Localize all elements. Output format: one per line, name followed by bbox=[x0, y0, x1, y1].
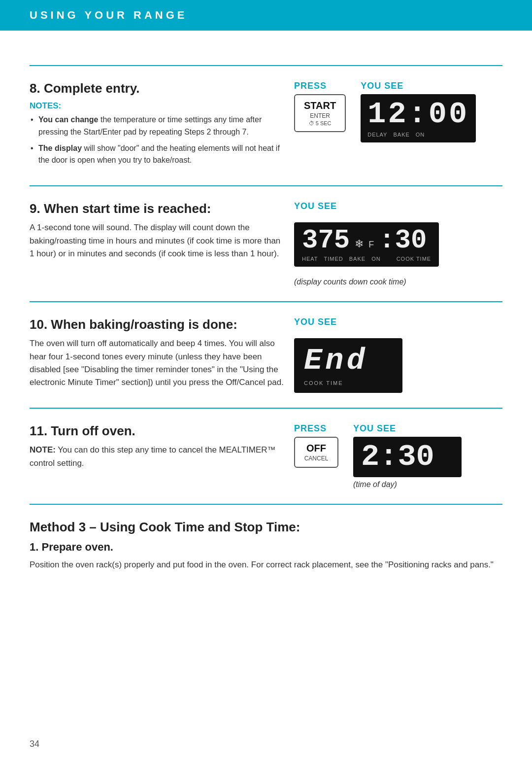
you-see-col-8: YOU SEE 12:00 DELAY BAKE ON bbox=[361, 81, 476, 142]
section-9: 9. When start time is reached: A 1-secon… bbox=[30, 201, 502, 286]
start-btn-text: START bbox=[304, 100, 336, 111]
section-10-left: 10. When baking/roasting is done: The ov… bbox=[30, 317, 284, 389]
notes-label: NOTES: bbox=[30, 101, 284, 111]
step-8-title: 8. Complete entry. bbox=[30, 81, 284, 96]
press-label-11: PRESS bbox=[294, 423, 338, 434]
step-10-title: 10. When baking/roasting is done: bbox=[30, 317, 284, 332]
page-number: 34 bbox=[30, 739, 39, 749]
screen-bot-row-9: HEAT TIMED BAKE ON COOK TIME bbox=[302, 256, 431, 262]
off-button-display: OFF CANCEL bbox=[294, 437, 338, 468]
screen-time-11: 2:30 bbox=[361, 442, 454, 472]
cook-time-label-10: COOK TIME bbox=[304, 380, 393, 386]
enter-btn-text: ENTER bbox=[304, 112, 336, 119]
method3-step1-body: Position the oven rack(s) properly and p… bbox=[30, 559, 502, 571]
snowflake-icon: ❄ bbox=[355, 238, 364, 250]
note-1-bold: You can change bbox=[38, 115, 99, 124]
screen-f-9: F bbox=[368, 240, 374, 250]
caption-11: (time of day) bbox=[353, 480, 462, 489]
method3-title: Method 3 – Using Cook Time and Stop Time… bbox=[30, 520, 502, 535]
header-title: USING YOUR RANGE bbox=[30, 9, 188, 21]
display-screen-9: 375 ❄ F :30 HEAT TIMED BAKE ON COOK TIME bbox=[294, 222, 439, 267]
screen-top-row-9: 375 ❄ F :30 bbox=[302, 227, 431, 254]
display-screen-10: End COOK TIME bbox=[294, 338, 402, 393]
page-header-banner: USING YOUR RANGE bbox=[0, 0, 532, 31]
section-11-right: PRESS OFF CANCEL YOU SEE 2:30 (time of d… bbox=[294, 423, 502, 489]
screen-time-8: 12:00 bbox=[367, 99, 469, 130]
divider-10 bbox=[30, 301, 502, 302]
note-item-2: The display will show "door" and the hea… bbox=[30, 142, 284, 167]
divider-11 bbox=[30, 408, 502, 409]
divider-top bbox=[30, 65, 502, 66]
method3-section: Method 3 – Using Cook Time and Stop Time… bbox=[30, 520, 502, 571]
screen-temp-9: 375 bbox=[302, 227, 350, 254]
press-col-11: PRESS OFF CANCEL bbox=[294, 423, 338, 468]
start-button-display: START ENTER ⏱ 5 SEC bbox=[294, 94, 346, 132]
note-item-1: You can change the temperature or time s… bbox=[30, 114, 284, 139]
section-8-right: PRESS START ENTER ⏱ 5 SEC YOU SEE 12:00 … bbox=[294, 81, 502, 142]
cancel-btn-text: CANCEL bbox=[304, 455, 329, 462]
you-see-label-11: YOU SEE bbox=[353, 423, 462, 434]
on-badge-9: ON bbox=[371, 256, 381, 262]
5sec-btn-text: ⏱ 5 SEC bbox=[304, 120, 336, 126]
divider-9 bbox=[30, 185, 502, 186]
caption-9: (display counts down cook time) bbox=[294, 278, 406, 286]
you-see-label-10: YOU SEE bbox=[294, 317, 337, 327]
method3-step1-title: 1. Prepare oven. bbox=[30, 541, 502, 554]
section-8: 8. Complete entry. NOTES: You can change… bbox=[30, 81, 502, 171]
step-11-title: 11. Turn off oven. bbox=[30, 423, 284, 439]
section-11-left: 11. Turn off oven. NOTE: You can do this… bbox=[30, 423, 284, 470]
delay-label: DELAY bbox=[367, 132, 387, 138]
display-screen-11: 2:30 bbox=[353, 437, 462, 477]
section-8-press-see: PRESS START ENTER ⏱ 5 SEC YOU SEE 12:00 … bbox=[294, 81, 476, 142]
press-label-8: PRESS bbox=[294, 81, 346, 91]
section-9-right: YOU SEE 375 ❄ F :30 HEAT TIMED BAKE ON C… bbox=[294, 201, 502, 286]
divider-method3 bbox=[30, 504, 502, 505]
step-10-body: The oven will turn off automatically and… bbox=[30, 337, 284, 389]
step-11-body: NOTE: You can do this step any time to c… bbox=[30, 444, 284, 470]
heat-label: HEAT bbox=[302, 256, 318, 262]
on-badge-8: ON bbox=[416, 132, 425, 138]
press-col-8: PRESS START ENTER ⏱ 5 SEC bbox=[294, 81, 346, 132]
section-9-left: 9. When start time is reached: A 1-secon… bbox=[30, 201, 284, 260]
section-10-right: YOU SEE End COOK TIME bbox=[294, 317, 502, 393]
you-see-label-8: YOU SEE bbox=[361, 81, 476, 91]
end-text-display: End bbox=[304, 343, 393, 378]
you-see-label-9: YOU SEE bbox=[294, 201, 337, 211]
note-2-bold: The display bbox=[38, 144, 82, 152]
section-10: 10. When baking/roasting is done: The ov… bbox=[30, 317, 502, 393]
off-btn-text: OFF bbox=[304, 443, 329, 454]
display-screen-8: 12:00 DELAY BAKE ON bbox=[361, 94, 476, 142]
step-9-body: A 1-second tone will sound. The display … bbox=[30, 221, 284, 260]
note-label-11: NOTE: bbox=[30, 445, 56, 454]
screen-labels-8: DELAY BAKE ON bbox=[367, 132, 469, 138]
bake-label: BAKE bbox=[393, 132, 409, 138]
you-see-col-11: YOU SEE 2:30 (time of day) bbox=[353, 423, 462, 489]
note-body-11: You can do this step any time to cancel … bbox=[30, 445, 276, 467]
cook-time-label-9: COOK TIME bbox=[397, 256, 432, 262]
section-11-press-see: PRESS OFF CANCEL YOU SEE 2:30 (time of d… bbox=[294, 423, 462, 489]
timed-label: TIMED bbox=[324, 256, 343, 262]
screen-colon-time-9: :30 bbox=[379, 227, 427, 254]
bake-label-9: BAKE bbox=[349, 256, 366, 262]
section-8-left: 8. Complete entry. NOTES: You can change… bbox=[30, 81, 284, 171]
section-11: 11. Turn off oven. NOTE: You can do this… bbox=[30, 423, 502, 489]
step-9-title: 9. When start time is reached: bbox=[30, 201, 284, 216]
